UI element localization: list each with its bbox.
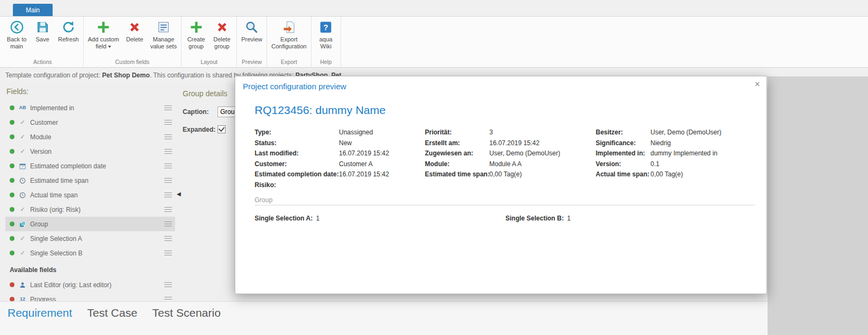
project-name: Pet Shop Demo	[102, 72, 150, 79]
export-configuration-button[interactable]: ExportConfiguration	[269, 17, 309, 50]
tab-test-scenario[interactable]: Test Scenario	[153, 307, 221, 319]
drag-handle[interactable]	[164, 178, 172, 183]
field-label: Status:	[255, 138, 339, 149]
refresh-button[interactable]: Refresh	[55, 17, 82, 43]
ribbon: Main Back tomain Save	[0, 0, 868, 68]
aqua-wiki-button[interactable]: ? aquaWiki	[313, 17, 339, 50]
status-dot-green-icon	[10, 207, 15, 212]
group-section-title: Group	[255, 196, 272, 204]
button-label: Preview	[241, 36, 262, 43]
delete-group-button[interactable]: Deletegroup	[209, 17, 235, 50]
field-value: Unassigned	[339, 127, 425, 138]
checkmark-icon: ✓	[18, 206, 27, 212]
field-label: Implemented in:	[596, 148, 650, 159]
tab-main[interactable]: Main	[13, 4, 53, 16]
drag-handle[interactable]	[164, 207, 172, 212]
add-custom-field-button[interactable]: Add customfield	[85, 17, 122, 50]
button-label: Delete	[126, 36, 143, 43]
manage-value-sets-button[interactable]: Managevalue sets	[148, 17, 180, 50]
field-label: Customer:	[255, 159, 339, 170]
add-icon	[189, 20, 204, 34]
drag-handle[interactable]	[164, 193, 172, 198]
tab-test-case[interactable]: Test Case	[87, 307, 137, 319]
field-value: 1	[567, 215, 571, 222]
drag-handle[interactable]	[164, 163, 172, 169]
subtitle-prefix: Template configuration of project:	[5, 72, 102, 79]
field-label: Risiko:	[255, 180, 339, 191]
field-row[interactable]: Estimated completion date	[5, 159, 175, 173]
field-row[interactable]: AB Implemented in	[5, 101, 175, 115]
field-row[interactable]: ✓ Customer	[5, 115, 175, 130]
dimmed-background	[768, 76, 868, 335]
field-label: Last Editor (orig: Last editor)	[30, 281, 161, 289]
field-value: 1	[316, 215, 320, 222]
field-label: Zugewiesen an:	[425, 148, 489, 159]
drag-handle[interactable]	[164, 282, 172, 288]
status-dot-green-icon	[10, 120, 15, 125]
create-group-button[interactable]: Creategroup	[183, 17, 209, 50]
field-label: Risiko (orig: Risk)	[30, 206, 161, 213]
available-fields-title: Available fields	[10, 266, 175, 274]
drag-handle[interactable]	[164, 236, 172, 241]
button-label: Managevalue sets	[150, 36, 177, 50]
field-label: Estimated completion date	[30, 162, 161, 170]
field-label: Type:	[255, 127, 339, 138]
field-label: Estimated time span	[30, 177, 161, 184]
close-icon[interactable]: ×	[755, 80, 760, 89]
status-dot-green-icon	[10, 236, 15, 241]
field-row[interactable]: ✓ Single Selection A	[5, 231, 175, 246]
field-value: User, Demo (DemoUser)	[489, 148, 596, 159]
field-value: Module A A	[489, 159, 596, 170]
field-value: 0,00 Tag(e)	[489, 169, 596, 180]
field-label: Actual time span	[30, 191, 161, 199]
tab-requirement[interactable]: Requirement	[8, 307, 72, 319]
button-label: Creategroup	[187, 36, 205, 50]
drag-handle[interactable]	[164, 105, 172, 111]
ribbon-group-preview: Preview Preview	[237, 17, 267, 67]
button-label: Refresh	[58, 36, 79, 43]
field-label	[425, 180, 489, 191]
status-dot-green-icon	[10, 178, 15, 183]
back-to-main-button[interactable]: Back tomain	[4, 17, 30, 50]
expanded-checkbox[interactable]	[218, 125, 226, 133]
drag-handle[interactable]	[164, 251, 172, 256]
modal-title: Project configuration preview	[243, 82, 346, 91]
field-label: Implemented in	[30, 104, 161, 112]
delete-field-button[interactable]: Delete	[122, 17, 148, 43]
field-label: Customer	[30, 119, 161, 126]
status-dot-green-icon	[10, 149, 15, 154]
checkmark-icon: ✓	[18, 134, 27, 140]
clock-icon	[18, 191, 27, 198]
drag-handle[interactable]	[164, 120, 172, 125]
button-label: Save	[35, 36, 49, 43]
field-label: Group	[30, 220, 161, 228]
field-value: Customer A	[339, 159, 425, 170]
checkmark-icon: ✓	[18, 236, 27, 241]
drag-handle[interactable]	[164, 134, 172, 140]
field-row[interactable]: ✓ Version	[5, 144, 175, 159]
field-value: New	[339, 138, 425, 149]
field-label: Significance:	[596, 138, 650, 149]
field-value: 16.07.2019 15:42	[489, 138, 596, 149]
field-label: Single Selection A	[30, 235, 161, 243]
collapse-panel-arrow-icon[interactable]: ◀	[177, 191, 181, 197]
field-row[interactable]: ✓ Risiko (orig: Risk)	[5, 202, 175, 217]
field-row-group-selected[interactable]: Group	[5, 217, 175, 231]
delete-icon	[215, 20, 229, 34]
field-row[interactable]: ✓ Module	[5, 130, 175, 144]
wiki-icon: ?	[319, 20, 333, 34]
ribbon-group-help: ? aquaWiki Help	[312, 17, 341, 67]
requirement-fields-grid: Type:UnassignedPriorität:3Besitzer:User,…	[255, 127, 754, 190]
field-label: Erstellt am:	[425, 138, 489, 149]
ribbon-group-label: Preview	[238, 58, 265, 67]
field-row[interactable]: ✓ Single Selection B	[5, 246, 175, 260]
save-button[interactable]: Save	[30, 17, 55, 43]
preview-button[interactable]: Preview	[238, 17, 265, 43]
field-label: Single Selection A:	[255, 215, 313, 222]
field-row[interactable]: Estimated time span	[5, 173, 175, 188]
checkmark-icon: ✓	[18, 250, 27, 256]
drag-handle[interactable]	[164, 222, 172, 227]
field-row[interactable]: Last Editor (orig: Last editor)	[5, 277, 175, 292]
field-row[interactable]: Actual time span	[5, 188, 175, 202]
drag-handle[interactable]	[164, 149, 172, 154]
